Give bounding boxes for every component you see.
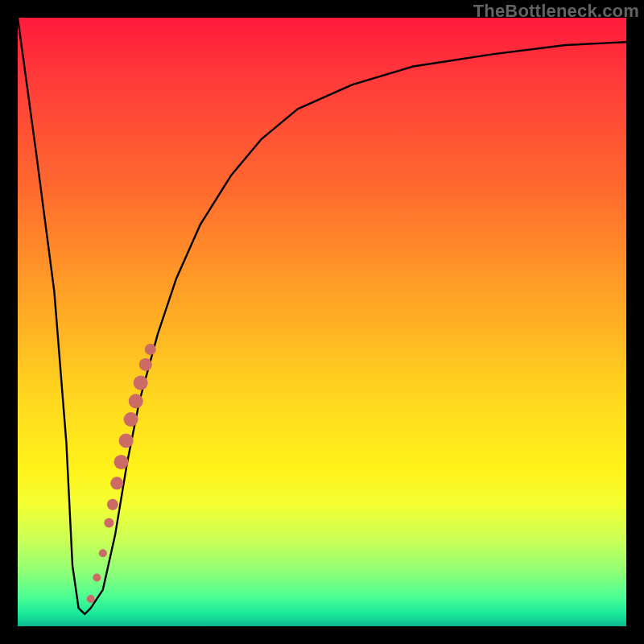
highlight-marker <box>87 595 95 603</box>
marker-layer <box>87 344 156 603</box>
highlight-marker <box>124 412 138 427</box>
highlight-marker <box>107 499 118 510</box>
highlight-marker <box>129 394 143 408</box>
highlight-marker <box>99 549 107 557</box>
chart-svg <box>18 18 626 626</box>
highlight-marker <box>139 358 152 371</box>
highlight-marker <box>145 344 156 355</box>
highlight-marker <box>104 518 114 528</box>
highlight-marker <box>93 574 101 582</box>
highlight-marker <box>119 433 134 448</box>
chart-frame: TheBottleneck.com <box>0 0 644 644</box>
highlight-marker <box>134 376 148 390</box>
highlight-marker <box>114 455 129 469</box>
watermark-text: TheBottleneck.com <box>473 1 639 22</box>
highlight-marker <box>110 477 123 489</box>
